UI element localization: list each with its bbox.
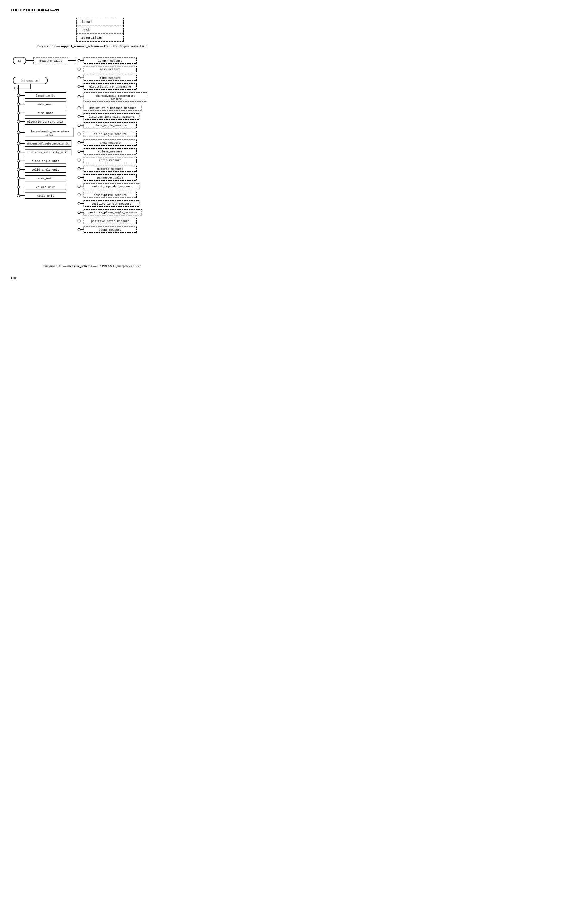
svg-point-53 (78, 159, 81, 161)
svg-point-49 (78, 150, 81, 153)
svg-text:thermodynamic_temperature: thermodynamic_temperature (29, 130, 69, 133)
svg-text:3,1 named_unit: 3,1 named_unit (21, 79, 39, 82)
svg-point-12 (78, 68, 81, 70)
svg-rect-143 (17, 197, 20, 213)
svg-text:ratio_unit: ratio_unit (37, 194, 54, 198)
svg-text:area_measure: area_measure (100, 141, 120, 144)
svg-text:_unit: _unit (45, 133, 53, 136)
svg-point-123 (17, 160, 20, 162)
svg-point-81 (78, 220, 81, 222)
svg-text:(1): (1) (14, 86, 18, 90)
svg-text:plane_angle_measure: plane_angle_measure (94, 124, 126, 127)
svg-point-110 (17, 131, 20, 134)
svg-text:amount_of_substance_unit: amount_of_substance_unit (27, 142, 69, 145)
svg-text:mass_measure: mass_measure (100, 68, 120, 71)
svg-text:volume_unit: volume_unit (36, 186, 55, 189)
svg-text:length_measure: length_measure (98, 59, 122, 63)
svg-text:_measure: _measure (109, 98, 122, 101)
svg-text:solid_angle_unit: solid_angle_unit (31, 168, 59, 172)
fig17-box-text: text (76, 26, 124, 34)
svg-point-73 (78, 202, 81, 205)
page-number: 110 (11, 276, 174, 280)
svg-text:measure_value: measure_value (40, 59, 62, 63)
svg-point-98 (17, 103, 20, 105)
svg-point-29 (78, 107, 81, 109)
svg-text:length_unit: length_unit (36, 94, 55, 97)
svg-text:time_unit: time_unit (37, 112, 53, 115)
svg-text:context_depended_measure: context_depended_measure (90, 185, 132, 188)
svg-text:1,1: 1,1 (18, 59, 21, 62)
svg-point-102 (17, 112, 20, 114)
svg-text:area_unit: area_unit (37, 177, 53, 180)
svg-text:electric_current_measure: electric_current_measure (89, 85, 131, 88)
svg-point-37 (78, 124, 81, 126)
svg-point-119 (17, 151, 20, 154)
svg-point-20 (78, 85, 81, 88)
svg-point-139 (17, 194, 20, 197)
svg-point-85 (78, 228, 81, 231)
page-header: ГОСТ Р ИСО 10303-41—99 (11, 8, 174, 12)
svg-point-77 (78, 211, 81, 214)
svg-rect-89 (78, 231, 81, 247)
fig17-boxes: label text identifier (76, 18, 124, 41)
svg-point-127 (17, 168, 20, 171)
svg-text:thermodynamic_temperature: thermodynamic_temperature (96, 95, 135, 97)
fig17-caption: Рисунок F.17 — support_resource_schema —… (11, 44, 174, 48)
svg-point-57 (78, 167, 81, 170)
svg-point-131 (17, 177, 20, 180)
svg-point-16 (78, 76, 81, 79)
svg-text:positive_length_measure: positive_length_measure (92, 202, 131, 206)
svg-text:plane_angle_unit: plane_angle_unit (31, 160, 59, 163)
svg-text:volume_measure: volume_measure (98, 150, 122, 153)
svg-text:luminous_intensity_unit: luminous_intensity_unit (28, 151, 68, 154)
svg-text:positive_plane_angle_measure: positive_plane_angle_measure (89, 211, 137, 214)
svg-text:positive_ratio_measure: positive_ratio_measure (91, 220, 129, 223)
svg-text:electric_current_unit: electric_current_unit (27, 120, 64, 123)
svg-text:count_measure: count_measure (99, 228, 121, 232)
svg-text:numeric_measure: numeric_measure (97, 167, 123, 171)
svg-point-94 (17, 94, 20, 97)
svg-text:time_measure: time_measure (100, 76, 120, 79)
svg-point-41 (78, 133, 81, 135)
svg-point-65 (78, 185, 81, 188)
svg-text:descriptive_measure: descriptive_measure (94, 194, 126, 197)
fig17-box-label: label (76, 18, 124, 26)
fig17-box-identifier: identifier (76, 34, 124, 42)
svg-text:mass_unit: mass_unit (37, 103, 53, 106)
svg-point-61 (78, 176, 81, 179)
fig18-diagram: 1,1 measure_value length_measure mass_me… (11, 55, 174, 261)
svg-point-24 (78, 96, 81, 98)
svg-text:luminous_intensity_measure: luminous_intensity_measure (89, 115, 134, 118)
header-title: ГОСТ Р ИСО 10303-41—99 (11, 8, 59, 12)
fig18-caption: Рисунок F.18 — measure_schema — EXPRESS-… (11, 264, 174, 268)
svg-point-106 (17, 120, 20, 123)
svg-point-135 (17, 186, 20, 188)
svg-text:ratio_measure: ratio_measure (99, 159, 121, 162)
svg-point-45 (78, 141, 81, 144)
svg-point-115 (17, 142, 20, 145)
svg-text:parameter_value: parameter_value (97, 176, 123, 179)
svg-point-33 (78, 115, 81, 118)
fig17-diagram: label text identifier (11, 18, 174, 41)
svg-text:amount_of_substance_measure: amount_of_substance_measure (89, 107, 136, 110)
svg-point-69 (78, 194, 81, 196)
svg-text:solid_angle_measure: solid_angle_measure (94, 133, 126, 136)
